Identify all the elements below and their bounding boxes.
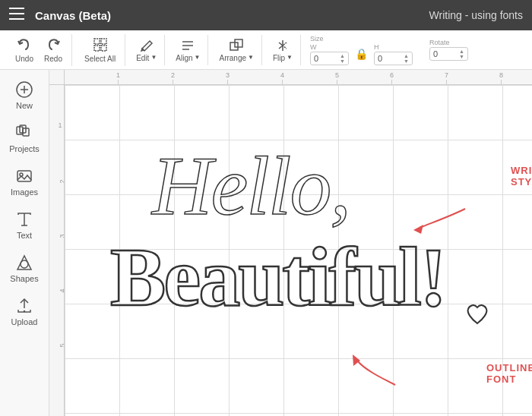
redo-label: Redo	[44, 55, 62, 63]
svg-rect-6	[101, 46, 106, 51]
ruler-mark-1: 1	[116, 71, 120, 84]
w-arrows[interactable]: ▲▼	[340, 53, 345, 64]
ruler-mark-2: 2	[171, 71, 175, 84]
align-group: Align ▼	[168, 35, 208, 65]
align-button[interactable]: Align ▼	[173, 35, 203, 65]
ruler-mark-v-2: 2	[49, 178, 64, 185]
undo-label: Undo	[15, 55, 33, 63]
svg-rect-10	[230, 43, 238, 50]
writing-style-text: WRITING STYLE	[511, 165, 532, 188]
svg-rect-0	[9, 8, 24, 9]
sidebar-item-projects[interactable]: Projects	[3, 118, 46, 159]
svg-rect-4	[101, 39, 106, 44]
ruler-mark-4: 4	[280, 71, 284, 84]
svg-rect-5	[94, 46, 100, 51]
svg-point-24	[24, 311, 25, 312]
rotate-label: Rotate	[429, 39, 450, 46]
writing-arrow-path	[420, 209, 465, 228]
flip-group: Flip ▼	[265, 35, 301, 65]
select-all-label: Select All	[84, 55, 116, 63]
beautiful-text: Beautiful!	[110, 231, 445, 323]
outline-arrow-svg	[350, 339, 486, 400]
sidebar: New Projects Images Text	[0, 70, 49, 416]
canvas-area[interactable]: 1 2 3 4 5 6 7	[49, 70, 532, 416]
canvas-content: Hello, Beautiful! WRITING STYLE OUTLINE …	[65, 85, 532, 416]
edit-group: Edit ▼	[128, 35, 165, 65]
size-group: Size W ▲▼ 🔒 H	[304, 35, 526, 65]
svg-rect-11	[235, 39, 242, 47]
size-main-label: Size	[310, 35, 324, 43]
w-label: W	[310, 43, 317, 51]
rotate-input[interactable]	[433, 49, 458, 58]
ruler-top: 1 2 3 4 5 6 7	[65, 70, 532, 85]
select-all-group: Select All	[75, 34, 125, 66]
sidebar-new-label: New	[16, 101, 33, 110]
writing-arrow-head	[413, 225, 423, 234]
arrange-group: Arrange ▼	[211, 35, 262, 65]
width-field: Size W ▲▼ 🔒 H	[310, 35, 413, 65]
sidebar-item-upload[interactable]: Upload	[3, 291, 46, 332]
svg-rect-3	[94, 39, 100, 44]
topbar: Canvas (Beta) Writing - using fonts	[0, 0, 532, 30]
undo-redo-group: Undo Redo	[6, 34, 72, 66]
ruler-mark-v-1: 1	[49, 123, 64, 127]
sidebar-shapes-label: Shapes	[10, 274, 38, 283]
rotate-group: Rotate ▲▼	[423, 39, 474, 61]
svg-rect-1	[9, 13, 24, 14]
flip-button[interactable]: Flip ▼	[270, 35, 296, 65]
ruler-mark-5: 5	[335, 71, 339, 84]
outline-arrow-head	[353, 355, 360, 366]
svg-point-23	[21, 260, 28, 268]
w-input[interactable]	[314, 54, 338, 63]
h-input-wrap: ▲▼	[374, 52, 413, 65]
doc-title: Writing - using fonts	[429, 9, 523, 21]
outline-arrow-path	[357, 361, 395, 385]
sidebar-item-shapes[interactable]: Shapes	[3, 247, 46, 289]
undo-button[interactable]: Undo	[11, 34, 38, 66]
ruler-mark-8: 8	[499, 71, 503, 84]
sidebar-item-new[interactable]: New	[3, 74, 46, 116]
rotate-arrows[interactable]: ▲▼	[459, 49, 464, 59]
arrange-button[interactable]: Arrange ▼	[216, 35, 257, 65]
writing-arrow-svg	[389, 167, 511, 235]
app-title: Canvas (Beta)	[35, 9, 429, 22]
h-label: H	[374, 43, 379, 51]
ruler-mark-6: 6	[390, 71, 394, 84]
sidebar-images-label: Images	[11, 188, 38, 197]
h-arrows[interactable]: ▲▼	[404, 53, 409, 64]
svg-rect-2	[9, 18, 24, 20]
ruler-mark-v-5: 5	[49, 342, 64, 349]
sidebar-text-label: Text	[17, 231, 32, 240]
ruler-corner	[49, 70, 65, 85]
edit-label: Edit	[136, 54, 149, 62]
edit-button[interactable]: Edit ▼	[133, 35, 160, 65]
outline-font-text: OUTLINE FONT	[486, 362, 532, 385]
ruler-mark-7: 7	[445, 71, 448, 84]
hello-text: Hello,	[150, 140, 350, 232]
w-input-wrap: ▲▼	[310, 52, 349, 65]
ruler-mark-v-3: 3	[49, 232, 64, 240]
lock-icon: 🔒	[355, 48, 368, 60]
menu-icon[interactable]	[9, 8, 24, 23]
ruler-left: 1 2 3 4 5	[49, 85, 65, 416]
main-area: New Projects Images Text	[0, 70, 532, 416]
flip-label: Flip	[273, 54, 285, 62]
select-all-button[interactable]: Select All	[80, 34, 120, 66]
rotate-input-wrap: ▲▼	[429, 47, 468, 61]
ruler-mark-v-4: 4	[49, 287, 64, 295]
h-input[interactable]	[378, 54, 402, 63]
sidebar-upload-label: Upload	[11, 317, 38, 326]
sidebar-projects-label: Projects	[9, 144, 40, 153]
ruler-mark-3: 3	[226, 71, 230, 84]
align-label: Align	[176, 54, 192, 62]
redo-button[interactable]: Redo	[40, 34, 67, 66]
arrange-label: Arrange	[219, 54, 246, 62]
sidebar-item-text[interactable]: Text	[3, 204, 46, 246]
toolbar: Undo Redo Select All	[0, 30, 532, 70]
heart-shape	[468, 305, 487, 323]
sidebar-item-images[interactable]: Images	[3, 161, 46, 203]
